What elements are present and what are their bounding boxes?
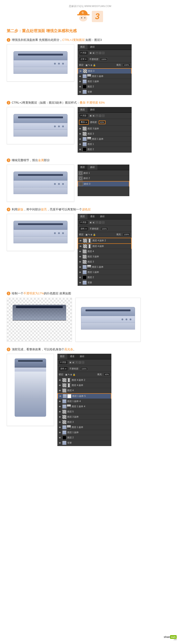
- layer-name[interactable]: 图层 2: [88, 276, 131, 279]
- visibility-icon[interactable]: [58, 389, 61, 392]
- kind-dropdown[interactable]: P 类型: [79, 220, 88, 224]
- layers-panel-2[interactable]: 图层路径 P 类型▣◐T▢□ 叠加 ▾透明度:63% 图层 3 副本 图层 3 …: [78, 107, 132, 152]
- layer-name[interactable]: 图层 1: [88, 143, 131, 146]
- layer-row[interactable]: 图层 1 副本: [57, 430, 111, 435]
- layer-row[interactable]: 图层 4 副本 2: [78, 238, 132, 243]
- mask-thumb[interactable]: [67, 425, 71, 429]
- layer-name[interactable]: 图层 1 副本: [88, 271, 131, 274]
- visibility-icon[interactable]: [58, 442, 61, 444]
- layer-thumb[interactable]: [83, 280, 87, 285]
- visibility-icon[interactable]: [58, 384, 61, 387]
- filter-icons[interactable]: ▣◐T▢□: [89, 114, 104, 117]
- visibility-icon[interactable]: [58, 436, 61, 439]
- visibility-icon[interactable]: [79, 245, 82, 248]
- layer-row[interactable]: 图层 4 副本: [57, 383, 111, 388]
- fill-value[interactable]: 100%: [123, 64, 130, 66]
- path-row[interactable]: 路径 2: [78, 176, 129, 181]
- layer-row[interactable]: 图层 1 副本 4: [57, 399, 111, 404]
- layer-row[interactable]: 图层 3 副本: [57, 414, 111, 420]
- visibility-icon[interactable]: [79, 90, 82, 93]
- paths-panel[interactable]: 图层路径 路径 1 路径 2 路径 3: [78, 164, 129, 196]
- layers-panel-1[interactable]: 图层路径 P 类型▣◐T▢□ 正常 ▾不透明度:100% 锁定:▣ ✎ ⊕ 🔒填…: [78, 44, 132, 95]
- layer-name[interactable]: 图层 3 副本: [67, 415, 110, 418]
- tab-layers[interactable]: 图层: [78, 107, 88, 112]
- layer-name[interactable]: 图层 3: [67, 420, 110, 424]
- layer-name[interactable]: 图层 4: [67, 389, 110, 392]
- layer-row[interactable]: 图层 2: [57, 435, 111, 440]
- layer-thumb[interactable]: [83, 244, 87, 248]
- layer-row[interactable]: 图层 3: [78, 259, 132, 264]
- path-name[interactable]: 路径 2: [84, 177, 128, 180]
- tab-paths[interactable]: 路径: [97, 214, 107, 219]
- layer-row[interactable]: 背景: [78, 280, 132, 285]
- layer-thumb[interactable]: [62, 415, 66, 419]
- tab-paths[interactable]: 路径: [88, 107, 97, 112]
- layer-name[interactable]: 图层 2: [88, 85, 131, 88]
- layer-row[interactable]: 图层 3: [78, 68, 132, 74]
- visibility-icon[interactable]: [59, 395, 62, 398]
- visibility-icon[interactable]: [79, 143, 82, 146]
- path-row[interactable]: 路径 3: [78, 181, 129, 187]
- visibility-icon[interactable]: [79, 148, 82, 151]
- visibility-icon[interactable]: [58, 400, 61, 403]
- visibility-icon[interactable]: [79, 85, 82, 88]
- opacity-value[interactable]: 100%: [100, 58, 107, 61]
- visibility-icon[interactable]: [79, 132, 82, 135]
- layer-thumb[interactable]: [83, 265, 87, 269]
- path-row[interactable]: 路径 1: [78, 171, 129, 176]
- tab-channels[interactable]: 通道: [67, 354, 77, 359]
- layer-row[interactable]: 图层 3: [57, 420, 111, 425]
- layer-thumb[interactable]: [83, 85, 87, 89]
- mask-thumb[interactable]: [88, 238, 91, 243]
- layer-row[interactable]: 图层 4: [78, 249, 132, 254]
- mask-thumb[interactable]: [67, 378, 71, 382]
- layer-row[interactable]: 图层 4: [57, 388, 111, 393]
- layer-row[interactable]: 图层 1: [78, 142, 132, 147]
- tab-layers[interactable]: 图层: [78, 44, 88, 50]
- opacity-value[interactable]: 100%: [80, 367, 88, 370]
- kind-dropdown[interactable]: P 类型: [79, 51, 88, 55]
- layer-name[interactable]: 背景: [88, 281, 131, 284]
- layer-thumb[interactable]: [62, 399, 66, 403]
- layer-name[interactable]: 图层 3: [88, 132, 131, 136]
- layer-row[interactable]: 图层 1 副本: [78, 79, 132, 84]
- visibility-icon[interactable]: [79, 271, 82, 274]
- layer-thumb[interactable]: [83, 148, 87, 152]
- layer-row[interactable]: 图层 3 副本: [78, 126, 132, 131]
- layer-thumb[interactable]: [83, 260, 87, 264]
- visibility-icon[interactable]: [79, 138, 82, 140]
- layers-panel-4[interactable]: 图层通道路径 P 类型▣◐T▢□ 滤色 ▾不透明度:100% 锁定:▣ ✎ ⊕ …: [78, 214, 132, 286]
- visibility-icon[interactable]: [58, 431, 61, 434]
- layer-thumb[interactable]: [83, 137, 87, 141]
- layer-thumb[interactable]: [62, 441, 66, 445]
- layer-row[interactable]: 图层 2: [78, 147, 132, 152]
- layer-thumb[interactable]: [83, 80, 87, 84]
- layer-name[interactable]: 图层 4: [88, 250, 131, 253]
- layer-name[interactable]: 图层 4 副本 2: [92, 239, 130, 242]
- layer-thumb[interactable]: [83, 276, 87, 280]
- layer-thumb[interactable]: [83, 270, 87, 274]
- layer-thumb[interactable]: [83, 254, 87, 259]
- kind-dropdown[interactable]: P 类型: [79, 114, 88, 118]
- layer-row[interactable]: 背景: [78, 90, 132, 94]
- visibility-icon[interactable]: [79, 260, 82, 263]
- path-thumb[interactable]: [79, 176, 83, 180]
- layer-thumb[interactable]: [62, 420, 66, 424]
- fill-value[interactable]: 100%: [123, 233, 130, 236]
- layer-name[interactable]: 图层 4 副本 2: [72, 378, 110, 382]
- layer-thumb[interactable]: [83, 238, 87, 243]
- layer-row[interactable]: 图层 1 副本: [57, 425, 111, 430]
- layer-row[interactable]: 图层 3 副本: [78, 254, 132, 259]
- tab-paths[interactable]: 路径: [77, 354, 87, 359]
- path-name[interactable]: 路径 3: [84, 182, 128, 186]
- mask-thumb[interactable]: [67, 394, 71, 398]
- layer-name[interactable]: 图层 1 副本: [88, 80, 131, 83]
- visibility-icon[interactable]: [79, 75, 82, 78]
- layer-name[interactable]: 图层 4 副本: [72, 384, 110, 387]
- layer-name[interactable]: 图层 1 副本 4: [67, 400, 110, 403]
- layer-name[interactable]: 背景: [88, 90, 131, 94]
- layer-row[interactable]: 图层 5: [57, 409, 111, 414]
- layer-thumb[interactable]: [62, 436, 66, 440]
- layer-thumb[interactable]: [83, 127, 87, 131]
- mask-thumb[interactable]: [67, 383, 71, 387]
